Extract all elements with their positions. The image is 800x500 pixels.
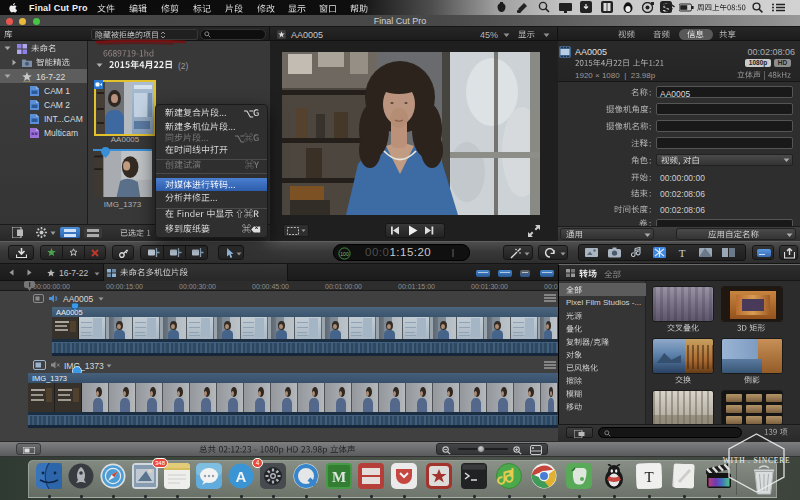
svg-text:A: A (236, 468, 247, 485)
svg-text:T: T (644, 469, 653, 485)
svg-text:M: M (332, 469, 346, 485)
svg-text:100: 100 (340, 250, 349, 256)
svg-text:T: T (679, 247, 686, 258)
